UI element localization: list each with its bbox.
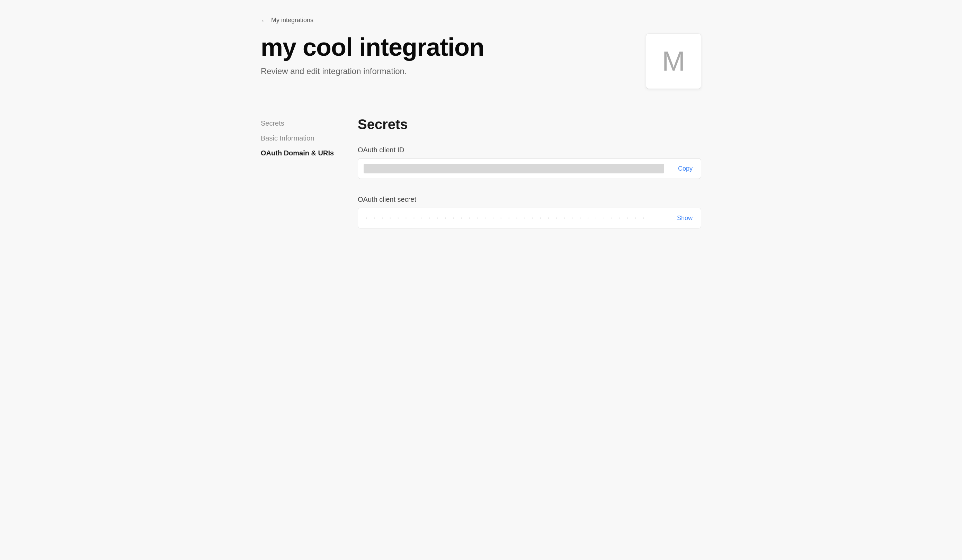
- integration-avatar: M: [646, 34, 701, 89]
- sidebar-item-oauth-domain[interactable]: OAuth Domain & URIs: [261, 149, 337, 157]
- oauth-client-secret-label: OAuth client secret: [358, 196, 701, 203]
- oauth-client-id-label: OAuth client ID: [358, 146, 701, 154]
- oauth-client-secret-field: · · · · · · · · · · · · · · · · · · · · …: [358, 208, 701, 229]
- section-heading: Secrets: [358, 117, 701, 132]
- back-navigation[interactable]: ← My integrations: [261, 17, 313, 24]
- sidebar-item-secrets[interactable]: Secrets: [261, 119, 337, 127]
- main-content: Secrets OAuth client ID Copy OAuth clien…: [358, 117, 701, 245]
- oauth-client-id-field: Copy: [358, 158, 701, 179]
- sidebar-item-basic-information[interactable]: Basic Information: [261, 134, 337, 142]
- page-title: my cool integration: [261, 34, 632, 61]
- avatar-letter: M: [662, 45, 685, 77]
- oauth-client-id-group: OAuth client ID Copy: [358, 146, 701, 179]
- sidebar: Secrets Basic Information OAuth Domain &…: [261, 117, 337, 245]
- header-text: my cool integration Review and edit inte…: [261, 34, 632, 76]
- show-client-secret-button[interactable]: Show: [669, 215, 701, 222]
- copy-client-id-button[interactable]: Copy: [670, 165, 701, 172]
- back-arrow-icon: ←: [261, 17, 268, 24]
- header-section: my cool integration Review and edit inte…: [261, 34, 701, 89]
- client-secret-dots: · · · · · · · · · · · · · · · · · · · · …: [358, 215, 669, 221]
- back-nav-label: My integrations: [271, 17, 313, 24]
- page-subtitle: Review and edit integration information.: [261, 66, 632, 76]
- oauth-client-secret-group: OAuth client secret · · · · · · · · · · …: [358, 196, 701, 229]
- client-id-masked-bar: [363, 164, 664, 174]
- content-area: Secrets Basic Information OAuth Domain &…: [261, 117, 701, 245]
